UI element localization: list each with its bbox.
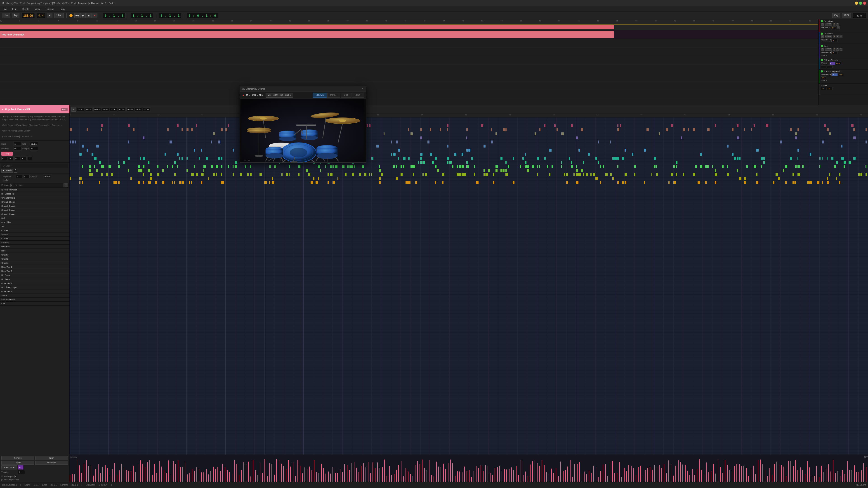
midi-note-hh-24[interactable] [128,124,130,127]
midi-note-hh-closed-318[interactable] [844,165,845,168]
midi-note-hh-open-192[interactable] [537,157,539,160]
roll-time-6[interactable]: 01:19 [118,107,126,111]
midi-note-kick-32[interactable] [148,181,150,184]
input-select-0[interactable]: DRUMS ▾ [821,26,830,29]
midi-note-hh-open-139[interactable] [408,157,410,160]
drum-note-crash3[interactable]: Crash 3 [0,253,69,257]
midi-note-hh-195[interactable] [544,124,546,127]
midi-note-hh-open-29[interactable] [140,157,141,160]
midi-note-bell-202[interactable] [561,132,564,135]
velocity-bar-93[interactable] [288,460,289,482]
roll-zoom-out[interactable]: − [71,107,76,111]
midi-note-snare-54[interactable] [201,173,203,176]
midi-note-snare-282[interactable] [756,173,757,176]
midi-note-snare-204[interactable] [566,173,568,176]
midi-note-kick-54[interactable] [201,181,202,184]
midi-note-snare-228[interactable] [625,173,627,176]
velocity-bar-115[interactable] [340,469,340,482]
velocity-bar-8[interactable] [88,466,89,482]
ml-tab-midi[interactable]: MIDI [341,93,351,98]
midi-note-snare-13[interactable] [101,173,103,176]
velocity-bar-335[interactable] [856,472,857,482]
midi-note-sidestick-127[interactable] [379,177,381,180]
midi-note-hh-open-224[interactable] [615,157,617,160]
velocity-bar-33[interactable] [147,462,148,482]
midi-note-ride-217[interactable] [598,140,599,143]
velocity-bar-238[interactable] [628,465,629,482]
midi-note-floor2-28[interactable] [138,169,140,172]
midi-note-crash-7[interactable] [87,128,88,131]
midi-note-kick-101[interactable] [315,181,318,184]
midi-note-snare-141[interactable] [413,173,414,176]
midi-note-ride-24[interactable] [128,140,129,143]
drum-note-crash2[interactable]: Crash 2 [0,257,69,261]
midi-note-kick-83[interactable] [272,181,274,184]
velocity-bar-249[interactable] [654,465,655,482]
midi-note-kick-227[interactable] [622,181,624,184]
midi-note-snare-107[interactable] [330,173,333,176]
midi-note-kick-82[interactable] [269,181,270,184]
velocity-bar-15[interactable] [105,465,105,482]
velocity-bar-276[interactable] [718,459,718,482]
velocity-bar-300[interactable] [774,464,775,482]
metronome-button[interactable]: ● [47,13,53,18]
midi-note-hh-closed-137[interactable] [403,165,404,168]
midi-note-snare-62[interactable] [221,173,222,176]
midi-note-hh-open-317[interactable] [841,157,844,160]
menu-view[interactable]: View [34,7,41,11]
midi-note-hh-closed-72[interactable] [245,165,246,168]
midi-note-hh-closed-208[interactable] [576,165,577,168]
midi-note-crash-144[interactable] [420,128,422,131]
velocity-bar-76[interactable] [248,462,249,482]
midi-note-crash-50[interactable] [191,128,193,131]
velocity-bar-37[interactable] [156,473,157,482]
velocity-bar-218[interactable] [582,474,582,482]
velocity-bar-166[interactable] [459,471,460,482]
midi-note-ride-173[interactable] [491,140,493,143]
drum-note-crash3-choke[interactable]: Crash 3 Choke [0,204,69,208]
velocity-bar-75[interactable] [246,464,246,482]
len-num1[interactable]: 82 [14,157,20,160]
velocity-bar-204[interactable] [549,474,549,482]
fold-button[interactable]: Fold [61,108,68,111]
master-val2[interactable]: 1/2 [827,87,833,90]
velocity-bar-337[interactable] [861,470,862,482]
midi-note-hh-closed-74[interactable] [250,165,251,168]
velocity-bar-239[interactable] [631,466,631,482]
velocity-bar-78[interactable] [253,460,253,482]
velocity-bar-259[interactable] [678,460,679,482]
midi-note-hh-open-227[interactable] [622,157,624,160]
velocity-bar-190[interactable] [516,466,517,482]
velocity-bar-303[interactable] [781,465,782,482]
send-c-1[interactable]: C [839,35,842,38]
midi-note-hh-closed-262[interactable] [707,165,709,168]
velocity-bar-48[interactable] [182,467,183,482]
velocity-bar-104[interactable] [314,460,314,482]
midi-note-floor2-172[interactable] [488,169,490,172]
midi-note-crash1-299[interactable] [798,149,799,152]
midi-note-hh-closed-114[interactable] [347,165,348,168]
midi-note-crash2-155[interactable] [447,144,448,148]
midi-note-hh-closed-190[interactable] [532,165,534,168]
randomize-value[interactable]: 177 [18,465,23,469]
midi-note-snare-252[interactable] [683,173,684,176]
midi-note-snare-94[interactable] [298,173,300,176]
velocity-bar-176[interactable] [483,471,484,482]
midi-note-snare-324[interactable] [858,173,861,176]
velocity-lane[interactable]: Velocity 107 document.addEventListener('… [70,455,868,482]
velocity-bar-148[interactable] [417,461,418,482]
velocity-bar-326[interactable] [835,473,836,482]
velocity-bar-316[interactable] [812,477,812,482]
midi-note-hh-open-223[interactable] [612,157,615,160]
midi-note-kick-62[interactable] [221,181,223,184]
drum-note-stax[interactable]: Stax [0,224,69,228]
midi-note-hh-closed-187[interactable] [525,165,527,168]
velocity-bar-135[interactable] [386,476,387,482]
midi-note-snare-239[interactable] [651,173,652,176]
midi-note-snare-90[interactable] [289,173,289,176]
vol2-3[interactable] [821,65,827,68]
midi-note-snare-116[interactable] [352,173,354,176]
midi-note-crash-210[interactable] [581,128,583,131]
midi-note-crash-163[interactable] [466,128,468,131]
midi-note-hh-open-311[interactable] [827,157,828,160]
